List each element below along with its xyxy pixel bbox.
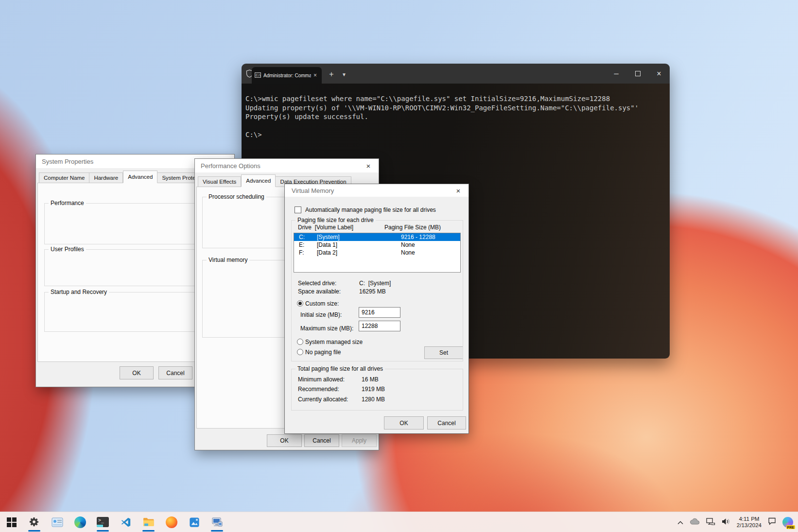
system-properties-title: System Properties [42,158,93,165]
tray-clock[interactable]: 4:11 PM 2/13/2024 [737,516,762,529]
total-paging-group: Total paging file size for all drives [291,369,463,411]
tab-dropdown-icon[interactable]: ▼ [339,68,349,81]
start-button[interactable] [0,512,23,532]
terminal-window-controls: ─ × [606,64,670,84]
tab-close-icon[interactable]: × [313,72,317,78]
user-profiles-group-label: User Profiles [49,246,86,253]
notification-center-icon[interactable] [768,517,776,527]
close-button[interactable]: × [648,64,670,84]
system-properties-cancel-button[interactable]: Cancel [158,366,192,379]
vscode-icon [121,517,131,528]
taskbar-photos[interactable] [183,512,206,532]
auto-manage-label: Automatically manage paging file size fo… [305,206,436,213]
taskbar-vscode[interactable] [114,512,137,532]
tab-visual-effects[interactable]: Visual Effects [198,176,241,187]
taskbar: >_ [0,512,798,532]
active-indicator [28,530,40,532]
po-virtual-memory-label: Virtual memory [207,257,249,263]
minimize-button[interactable]: ─ [606,64,627,84]
onedrive-cloud-icon[interactable] [690,518,700,527]
performance-options-title: Performance Options [201,162,260,170]
terminal-line [245,121,670,131]
system-properties-ok-button[interactable]: OK [120,366,154,379]
command-prompt-icon: >_ [97,517,109,527]
folder-icon [143,517,155,527]
total-paging-group-label: Total paging file size for all drives [295,365,385,372]
virtual-memory-title: Virtual Memory [292,187,334,194]
performance-options-close-icon[interactable]: × [361,160,376,171]
maximize-button[interactable] [627,64,648,84]
taskbar-terminal[interactable]: >_ [91,512,114,532]
computer-icon [211,517,223,528]
taskbar-system[interactable] [206,512,228,532]
performance-group-label: Performance [49,200,86,206]
terminal-line: C:\>wmic pagefileset where name="C:\\pag… [245,94,670,103]
performance-options-cancel-button[interactable]: Cancel [304,434,339,447]
processor-scheduling-label: Processor scheduling [207,193,266,200]
volume-icon[interactable] [722,518,730,527]
terminal-line: Updating property(s) of '\\VM-WIN10-RP\R… [245,103,670,113]
taskbar-settings[interactable] [23,512,46,532]
virtual-memory-cancel-button[interactable]: Cancel [427,416,466,429]
active-indicator [211,530,223,532]
auto-manage-checkbox[interactable] [295,206,301,213]
virtual-memory-ok-button[interactable]: OK [384,416,424,429]
tray-time: 4:11 PM [737,516,762,522]
terminal-prompt: C:\> [245,130,670,139]
cmd-tab-icon: C:\ [255,71,261,80]
tab-hardware[interactable]: Hardware [89,172,123,183]
tab-advanced[interactable]: Advanced [123,171,157,183]
terminal-tab-title: Administrator: Command Prompt [263,73,311,78]
tray-date: 2/13/2024 [737,522,762,529]
paging-file-group-label: Paging file size for each drive [295,217,376,223]
copilot-pre-badge: PRE [786,525,795,529]
tab-po-advanced[interactable]: Advanced [241,174,276,187]
desktop-screen: System Properties Computer Name Hardware… [0,0,798,532]
active-indicator [97,530,109,532]
taskbar-edge[interactable] [69,512,91,532]
startup-recovery-group-label: Startup and Recovery [49,289,109,295]
active-indicator [142,530,155,532]
firefox-icon [166,516,177,528]
terminal-tab[interactable]: C:\ Administrator: Command Prompt × [252,67,322,84]
virtual-memory-close-icon[interactable]: × [451,185,466,196]
taskbar-file-explorer[interactable] [137,512,160,532]
photos-icon [189,517,200,528]
performance-options-apply-button[interactable]: Apply [342,434,377,447]
gear-icon [29,516,40,528]
new-tab-button[interactable]: + [325,68,338,81]
edge-icon [74,516,86,528]
taskbar-app-window[interactable] [46,512,69,532]
svg-text:C:\: C:\ [256,73,261,77]
network-icon[interactable] [706,518,715,527]
taskbar-firefox[interactable] [160,512,183,532]
performance-options-ok-button[interactable]: OK [267,434,302,447]
system-tray: 4:11 PM 2/13/2024 PRE [677,512,793,532]
virtual-memory-dialog: Virtual Memory × Automatically manage pa… [284,184,469,434]
tab-computer-name[interactable]: Computer Name [39,172,89,183]
tray-chevron-up-icon[interactable] [677,518,683,527]
copilot-icon[interactable]: PRE [782,517,793,528]
terminal-line: Property(s) update successful. [245,112,670,121]
paging-file-group: Paging file size for each drive [291,220,463,361]
taskbar-icons: >_ [0,512,228,532]
windows-logo-icon [7,517,17,527]
app-window-icon [52,517,63,527]
